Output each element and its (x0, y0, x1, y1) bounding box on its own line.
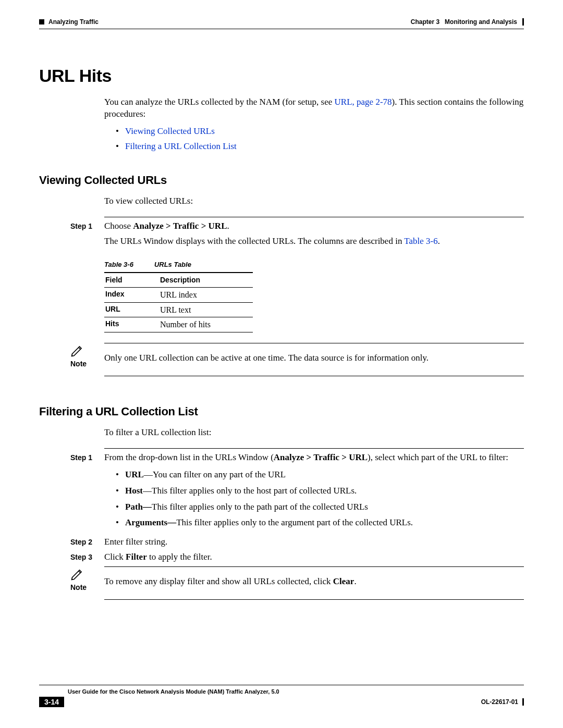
section-heading-filtering: Filtering a URL Collection List (39, 405, 524, 418)
note-block: Note To remove any display filter and sh… (39, 566, 524, 600)
step-label: Step 1 (39, 452, 104, 534)
cell-field: URL (104, 302, 159, 317)
running-header: Analyzing Traffic Chapter 3 Monitoring a… (39, 18, 524, 26)
footer-guide-title: User Guide for the Cisco Network Analysi… (68, 688, 524, 695)
list-item: Host—This filter applies only to the hos… (125, 485, 524, 497)
clear-button-name: Clear (333, 576, 354, 586)
s2-step3-pre: Click (104, 552, 126, 562)
section1-intro: To view collected URLs: (104, 195, 524, 207)
note-block: Note Only one URL collection can be acti… (39, 343, 524, 376)
doc-id-text: OL-22617-01 (481, 698, 518, 706)
table-xref-link[interactable]: Table 3-6 (404, 236, 437, 246)
table-caption-id: Table 3-6 (104, 261, 133, 268)
list-item: URL—You can filter on any part of the UR… (125, 469, 524, 481)
s2-step2-text: Enter filter string. (104, 536, 524, 548)
note-label: Note (70, 583, 104, 591)
th-field: Field (104, 273, 159, 287)
opt-arguments: Arguments— (125, 517, 176, 527)
urls-table: Field Description Index URL index URL UR… (104, 272, 253, 332)
page-footer: User Guide for the Cisco Network Analysi… (39, 685, 524, 707)
opt-arguments-rest: This filter applies only to the argument… (176, 517, 413, 527)
intro-text-pre: You can analyze the URLs collected by th… (104, 97, 335, 107)
running-header-right: Chapter 3 Monitoring and Analysis (411, 18, 524, 26)
note-text: Only one URL collection can be active at… (104, 353, 524, 363)
procedure-links-list: Viewing Collected URLs Filtering a URL C… (104, 126, 524, 153)
cell-desc: URL index (159, 288, 253, 303)
note2-pre: To remove any display filter and show al… (104, 576, 333, 586)
header-chapter: Chapter 3 (411, 18, 439, 26)
running-header-left: Analyzing Traffic (39, 18, 99, 26)
footer-rule (39, 685, 524, 685)
step1-pre: Choose (104, 221, 133, 231)
note2-post: . (354, 576, 356, 586)
procedure-rule (104, 217, 524, 217)
section2-intro: To filter a URL collection list: (104, 427, 524, 439)
table-caption: Table 3-6URLs Table (104, 260, 524, 269)
header-square-icon (39, 19, 44, 24)
section1-intro-text: To view collected URLs: (104, 195, 524, 207)
section2-step2: Step 2 Enter filter string. (39, 536, 524, 548)
opt-path-rest: This filter applies only to the path par… (152, 502, 368, 512)
step-label: Step 1 (39, 220, 104, 332)
cell-desc: URL text (159, 302, 253, 317)
list-item: Arguments—This filter applies only to th… (125, 517, 524, 529)
th-description: Description (159, 273, 253, 287)
s2-step1-pre: From the drop-down list in the URLs Wind… (104, 452, 274, 462)
note-label: Note (70, 360, 104, 368)
list-item: Path—This filter applies only to the pat… (125, 501, 524, 513)
section1-step1: Step 1 Choose Analyze > Traffic > URL. T… (39, 220, 524, 332)
table-row: Hits Number of hits (104, 317, 253, 332)
filter-button-name: Filter (126, 552, 147, 562)
step1-menu-path: Analyze > Traffic > URL (133, 221, 227, 231)
table-caption-name: URLs Table (154, 261, 191, 268)
header-section: Analyzing Traffic (48, 18, 99, 26)
step-label: Step 3 (39, 551, 104, 563)
intro-paragraph: You can analyze the URLs collected by th… (104, 96, 524, 153)
opt-host: Host (125, 486, 143, 496)
header-rule (39, 29, 524, 29)
procedure-rule (104, 448, 524, 449)
cell-field: Hits (104, 317, 159, 332)
section-heading-viewing: Viewing Collected URLs (39, 174, 524, 187)
link-viewing-collected-urls[interactable]: Viewing Collected URLs (125, 126, 215, 136)
header-chapter-title: Monitoring and Analysis (445, 18, 517, 26)
header-bar-icon (522, 18, 524, 26)
step1-desc-post: . (438, 236, 440, 246)
section2-step1: Step 1 From the drop-down list in the UR… (39, 452, 524, 534)
filter-options-list: URL—You can filter on any part of the UR… (104, 469, 524, 529)
table-row: URL URL text (104, 302, 253, 317)
opt-url: URL (125, 470, 144, 479)
opt-host-rest: —This filter applies only to the host pa… (143, 486, 357, 496)
note-rule-top (104, 566, 524, 567)
doc-id: OL-22617-01 (481, 698, 524, 706)
cell-desc: Number of hits (159, 317, 253, 332)
step1-post: . (227, 221, 229, 231)
s2-step3-post: to apply the filter. (147, 552, 212, 562)
s2-step1-post: ), select which part of the URL to filte… (368, 452, 508, 462)
page-number: 3-14 (39, 697, 64, 707)
note-rule-bottom (104, 376, 524, 376)
pencil-icon (70, 566, 85, 581)
section2-step3: Step 3 Click Filter to apply the filter. (39, 551, 524, 563)
opt-url-rest: —You can filter on any part of the URL (144, 470, 286, 479)
intro-xref-link[interactable]: URL, page 2-78 (335, 97, 392, 107)
section2-intro-text: To filter a URL collection list: (104, 427, 524, 439)
note-rule-bottom (104, 599, 524, 600)
pencil-icon (70, 343, 85, 357)
footer-bar-icon (522, 698, 524, 706)
note-rule-top (104, 343, 524, 343)
table-row: Index URL index (104, 288, 253, 303)
cell-field: Index (104, 288, 159, 303)
step-label: Step 2 (39, 536, 104, 548)
step1-desc-pre: The URLs Window displays with the collec… (104, 236, 404, 246)
page-title: URL Hits (39, 66, 524, 86)
s2-step1-menu-path: Analyze > Traffic > URL (274, 452, 368, 462)
link-filtering-url-collection[interactable]: Filtering a URL Collection List (125, 141, 237, 151)
opt-path: Path— (125, 502, 152, 512)
